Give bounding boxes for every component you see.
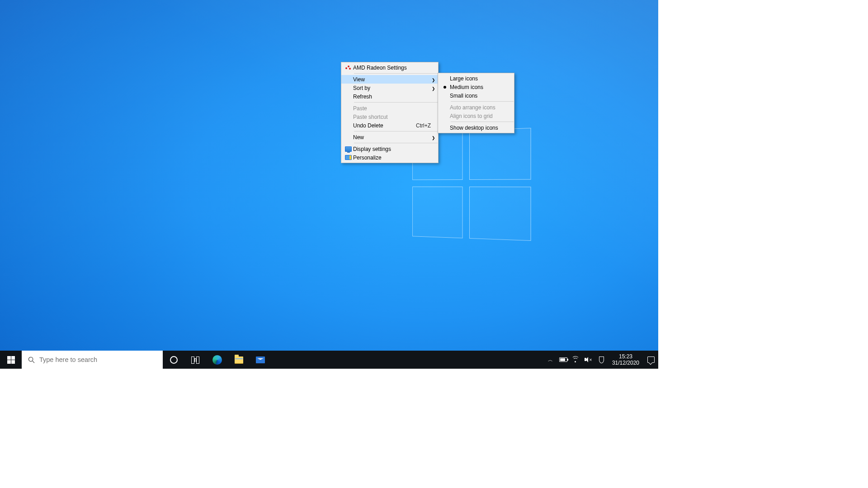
desktop-background[interactable]: AMD Radeon Settings View Sort by Refresh…: [0, 0, 658, 369]
menu-item-undo-delete[interactable]: Undo Delete Ctrl+Z: [341, 121, 438, 130]
menu-separator: [451, 122, 514, 122]
submenu-item-small-icons[interactable]: Small icons: [438, 91, 514, 100]
submenu-item-auto-arrange[interactable]: Auto arrange icons: [438, 103, 514, 112]
personalize-icon: [345, 155, 352, 160]
menu-item-amd-radeon-settings[interactable]: AMD Radeon Settings: [341, 63, 438, 72]
search-placeholder: Type here to search: [39, 356, 97, 363]
system-tray: ︿ × 15:23 31/12/2020: [544, 351, 658, 369]
volume-muted-icon: ×: [585, 357, 592, 363]
menu-item-paste-shortcut: Paste shortcut: [341, 113, 438, 121]
menu-item-personalize[interactable]: Personalize: [341, 153, 438, 162]
menu-item-display-settings[interactable]: Display settings: [341, 145, 438, 153]
menu-separator: [354, 143, 438, 143]
mail-icon: [256, 357, 265, 363]
menu-label: Personalize: [353, 155, 431, 161]
radio-selected-icon: [443, 86, 446, 89]
menu-label: Paste shortcut: [353, 114, 431, 120]
menu-label: Display settings: [353, 146, 431, 152]
submenu-item-align-grid[interactable]: Align icons to grid: [438, 112, 514, 120]
taskbar-app-edge[interactable]: [206, 351, 228, 369]
taskbar-app-mail[interactable]: [250, 351, 271, 369]
task-view-button[interactable]: [184, 351, 206, 369]
menu-separator: [354, 131, 438, 131]
notification-icon: [647, 357, 655, 363]
menu-label: Small icons: [450, 93, 511, 99]
shield-icon: [598, 357, 605, 363]
menu-label: View: [353, 76, 431, 83]
tray-clock[interactable]: 15:23 31/12/2020: [608, 353, 644, 366]
menu-separator: [451, 101, 514, 102]
menu-label: AMD Radeon Settings: [353, 65, 431, 71]
tray-windows-defender[interactable]: [595, 351, 608, 369]
submenu-item-medium-icons[interactable]: Medium icons: [438, 83, 514, 91]
cortana-icon: [170, 356, 178, 364]
tray-overflow-button[interactable]: ︿: [544, 351, 557, 369]
submenu-item-large-icons[interactable]: Large icons: [438, 74, 514, 83]
taskbar: Type here to search ︿ × 15:23 31/12/2020: [0, 351, 658, 369]
desktop-context-menu: AMD Radeon Settings View Sort by Refresh…: [341, 62, 439, 163]
menu-label: Paste: [353, 105, 431, 112]
chevron-up-icon: ︿: [548, 357, 553, 363]
tray-volume[interactable]: ×: [582, 351, 595, 369]
action-center-button[interactable]: [644, 357, 658, 363]
tray-network[interactable]: [570, 351, 582, 369]
submenu-arrow-icon: [431, 85, 435, 91]
menu-label: New: [353, 134, 431, 141]
menu-item-sort-by[interactable]: Sort by: [341, 84, 438, 92]
menu-item-new[interactable]: New: [341, 133, 438, 141]
menu-label: Large icons: [450, 75, 511, 82]
submenu-item-show-desktop-icons[interactable]: Show desktop icons: [438, 123, 514, 132]
search-icon: [28, 357, 35, 363]
svg-point-0: [28, 357, 33, 361]
cortana-button[interactable]: [163, 351, 184, 369]
submenu-arrow-icon: [431, 76, 435, 83]
taskbar-app-file-explorer[interactable]: [228, 351, 250, 369]
tray-date: 31/12/2020: [612, 360, 639, 366]
menu-label: Medium icons: [450, 84, 511, 90]
taskbar-search-box[interactable]: Type here to search: [22, 351, 163, 369]
menu-label: Align icons to grid: [450, 113, 511, 119]
menu-label: Auto arrange icons: [450, 104, 511, 111]
file-explorer-icon: [235, 357, 243, 363]
start-button[interactable]: [0, 351, 22, 369]
battery-icon: [559, 357, 567, 362]
wifi-icon: [572, 357, 580, 363]
menu-item-view[interactable]: View: [341, 75, 438, 84]
amd-icon: [345, 65, 351, 71]
menu-label: Undo Delete: [353, 122, 405, 129]
menu-label: Sort by: [353, 85, 431, 91]
submenu-arrow-icon: [431, 134, 435, 141]
menu-item-refresh[interactable]: Refresh: [341, 92, 438, 101]
svg-line-1: [33, 361, 34, 362]
windows-start-icon: [7, 356, 15, 364]
menu-separator: [354, 102, 438, 103]
menu-shortcut: Ctrl+Z: [416, 122, 431, 129]
view-submenu: Large icons Medium icons Small icons Aut…: [438, 73, 514, 133]
menu-item-paste: Paste: [341, 104, 438, 113]
menu-label: Refresh: [353, 94, 431, 100]
task-view-icon: [191, 357, 199, 363]
display-settings-icon: [345, 146, 352, 152]
menu-label: Show desktop icons: [450, 125, 511, 131]
menu-separator: [354, 73, 438, 74]
tray-time: 15:23: [612, 353, 639, 360]
edge-icon: [212, 355, 222, 365]
tray-battery[interactable]: [557, 351, 570, 369]
